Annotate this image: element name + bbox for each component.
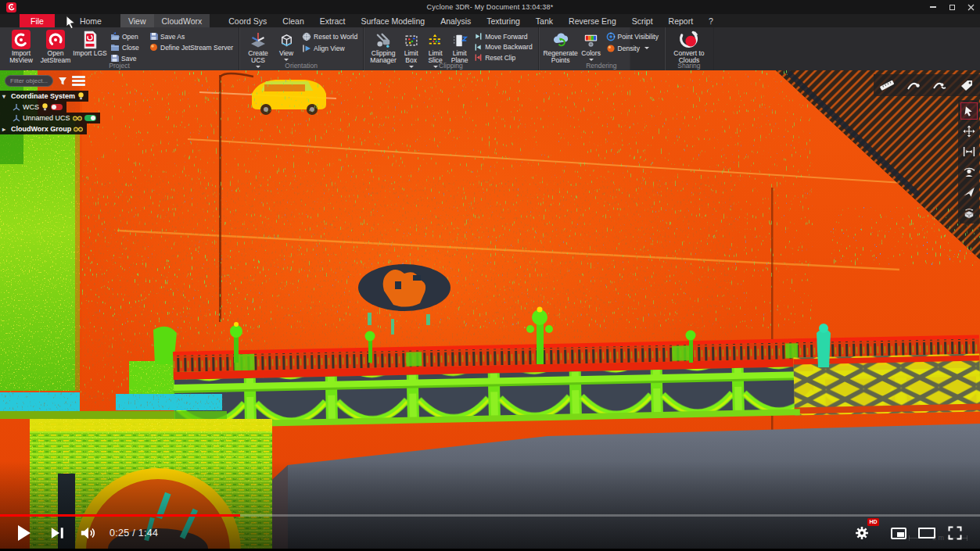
regenerate-points-button[interactable]: Regenerate Points — [543, 29, 579, 64]
pan-tool-button[interactable] — [960, 123, 978, 140]
move-backward-icon — [474, 43, 483, 52]
axis-icon — [13, 114, 20, 122]
restore-button[interactable] — [942, 0, 961, 14]
filter-funnel-icon[interactable] — [58, 77, 67, 86]
cyclone-icon — [12, 30, 31, 49]
reset-clip-button[interactable]: Reset Clip — [474, 53, 532, 62]
view-button[interactable]: View — [273, 29, 300, 61]
fly-tool-button[interactable] — [960, 184, 978, 201]
bulb-icon[interactable] — [77, 92, 84, 100]
tab-home[interactable]: Home — [72, 14, 109, 27]
move-forward-button[interactable]: Move Forward — [474, 32, 532, 41]
ribbon-tab-bar: File Home View CloudWorx Coord Sys Clean… — [0, 14, 980, 27]
limit-plane-button[interactable]: Limit Plane — [447, 29, 472, 64]
tab-cloudworx[interactable]: CloudWorx — [154, 14, 210, 27]
tab-file[interactable]: File — [20, 14, 55, 27]
point-visibility-button[interactable]: Point Visibility — [606, 32, 659, 41]
measure-point-button[interactable] — [905, 77, 922, 94]
open-button[interactable]: Open — [110, 32, 145, 41]
tab-help[interactable]: ? — [701, 14, 721, 27]
view-tools-toolbar — [958, 100, 979, 224]
probe-wave-icon — [932, 77, 948, 93]
reset-clip-icon — [474, 53, 483, 62]
theater-mode-button[interactable] — [913, 521, 941, 545]
save-as-button[interactable]: Save As — [149, 32, 233, 41]
group-label-sharing: Sharing — [665, 62, 713, 70]
create-ucs-icon — [249, 30, 267, 49]
group-label-project: Project — [0, 62, 239, 70]
video-progress-bar[interactable] — [0, 514, 980, 517]
tab-coord-sys[interactable]: Coord Sys — [221, 14, 275, 27]
tab-script[interactable]: Script — [624, 14, 661, 27]
tab-report[interactable]: Report — [661, 14, 702, 27]
tab-surface-modeling[interactable]: Surface Modeling — [353, 14, 433, 27]
tab-view[interactable]: View — [120, 14, 154, 27]
tab-texturing[interactable]: Texturing — [479, 14, 528, 27]
ribbon-group-project: Import MsView Open JetStream Import LGS … — [0, 27, 239, 70]
application-window: Cyclone 3DR- My Document 13:04:38* File … — [0, 0, 980, 551]
open-jetstream-button[interactable]: Open JetStream — [38, 29, 73, 64]
pan-move-icon — [962, 124, 976, 138]
view-cube-button[interactable] — [960, 204, 978, 221]
tab-clean[interactable]: Clean — [275, 14, 311, 27]
clipping-manager-icon — [375, 30, 393, 49]
dropdown-caret-icon — [644, 47, 649, 49]
expand-caret-icon[interactable]: ▾ — [2, 93, 9, 100]
tree-item-unnamed-ucs[interactable]: Unnamed UCS — [0, 113, 100, 123]
limit-plane-icon — [451, 30, 468, 49]
tab-analysis[interactable]: Analysis — [433, 14, 479, 27]
iso-box-icon — [962, 206, 976, 220]
import-lgs-button[interactable]: Import LGS — [73, 29, 107, 57]
ruler-icon — [879, 77, 895, 93]
align-view-button[interactable]: Align View — [302, 44, 357, 53]
move-forward-icon — [474, 32, 483, 41]
align-view-icon — [302, 44, 311, 53]
3d-viewport[interactable]: ▾ Coordinate System WCS Unnamed UCS ▸ — [0, 70, 980, 551]
limit-box-icon — [403, 30, 420, 49]
close-project-button[interactable]: Close — [110, 43, 145, 52]
convert-to-clouds-icon — [678, 30, 699, 49]
import-msview-button[interactable]: Import MsView — [4, 29, 38, 64]
bulb-icon[interactable] — [41, 103, 48, 111]
tab-reverse-eng[interactable]: Reverse Eng — [561, 14, 624, 27]
ribbon-group-clipping: Clipping Manager Limit Box Limit Slice — [364, 27, 538, 70]
colors-button[interactable]: Colors — [579, 29, 604, 61]
panel-menu-icon[interactable] — [72, 76, 85, 86]
reset-to-world-button[interactable]: Reset to World — [302, 32, 357, 41]
label-tag-button[interactable] — [958, 77, 975, 94]
select-tool-button[interactable] — [960, 102, 978, 120]
fit-width-tool-button[interactable] — [960, 143, 978, 160]
paper-plane-icon — [962, 185, 976, 199]
next-button[interactable] — [44, 520, 70, 546]
glasses-icon[interactable] — [73, 116, 82, 121]
filter-input[interactable] — [5, 75, 53, 87]
ucs-toggle[interactable] — [84, 115, 96, 121]
clipping-manager-button[interactable]: Clipping Manager — [368, 29, 399, 64]
density-button[interactable]: Density — [606, 44, 659, 53]
globe-icon — [302, 32, 311, 41]
glasses-icon[interactable] — [74, 127, 83, 132]
orbit-tool-button[interactable] — [960, 163, 978, 181]
close-button[interactable] — [961, 0, 980, 14]
miniplayer-button[interactable] — [885, 521, 913, 545]
tab-tank[interactable]: Tank — [528, 14, 561, 27]
measure-path-button[interactable] — [932, 77, 949, 94]
measure-ruler-button[interactable] — [878, 77, 896, 94]
play-button[interactable] — [11, 520, 38, 546]
wcs-toggle[interactable] — [51, 104, 63, 110]
move-backward-button[interactable]: Move Backward — [474, 43, 532, 52]
minimize-button[interactable] — [924, 0, 942, 14]
convert-to-clouds-button[interactable]: Convert to Clouds — [669, 29, 709, 64]
tab-extract[interactable]: Extract — [312, 14, 354, 27]
settings-button[interactable]: HD — [850, 521, 874, 545]
volume-button[interactable] — [75, 520, 102, 546]
expand-caret-icon[interactable]: ▸ — [2, 126, 9, 133]
density-icon — [606, 44, 616, 53]
title-bar: Cyclone 3DR- My Document 13:04:38* — [0, 0, 980, 14]
define-jetstream-server-button[interactable]: Define JetStream Server — [149, 43, 233, 52]
tree-item-wcs[interactable]: WCS — [0, 102, 66, 113]
tree-item-coordinate-system[interactable]: ▾ Coordinate System — [0, 91, 88, 102]
tree-item-cloudworx-group[interactable]: ▸ CloudWorx Group — [0, 123, 87, 134]
fullscreen-button[interactable] — [941, 521, 969, 545]
group-label-orientation: Orientation — [239, 62, 363, 70]
